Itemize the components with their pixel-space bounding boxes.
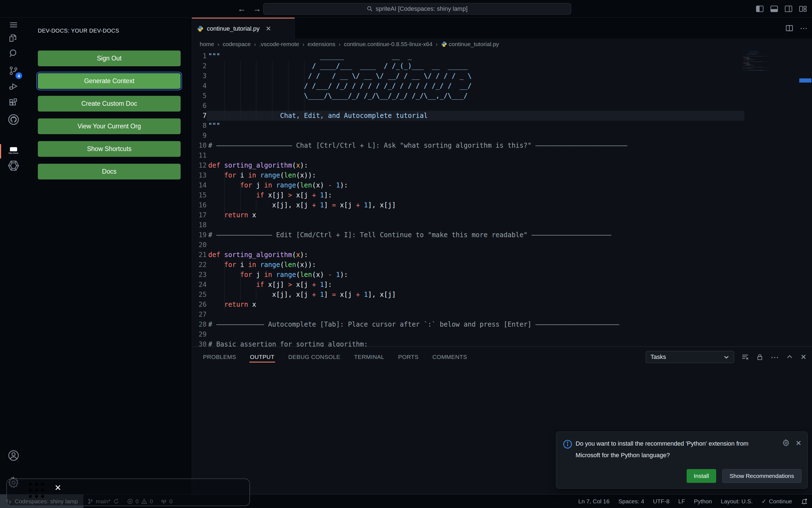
panel-tab-problems[interactable]: PROBLEMS bbox=[202, 350, 237, 364]
editor-scrollbar[interactable] bbox=[798, 50, 812, 346]
code-line: 21def sorting_algorithm(x): bbox=[192, 250, 744, 260]
python-file-icon bbox=[197, 26, 204, 32]
back-arrow-icon[interactable]: ← bbox=[238, 4, 246, 13]
sidebar-button-create-custom-doc[interactable]: Create Custom Doc bbox=[38, 96, 180, 112]
command-center-search[interactable]: spriteAI [Codespaces: shiny lamp] bbox=[263, 3, 571, 15]
overview-ruler-cursor-marker bbox=[799, 78, 811, 83]
minimap[interactable]: """ ______ __ _ / ____/___ ____ / /_(_)_… bbox=[741, 50, 798, 346]
accounts-icon[interactable] bbox=[0, 449, 27, 462]
bell-dot-icon bbox=[801, 498, 808, 505]
tab-continue-tutorial[interactable]: continue_tutorial.py ✕ bbox=[192, 18, 295, 39]
split-editor-icon[interactable] bbox=[785, 24, 793, 32]
indent-guide bbox=[240, 101, 241, 111]
check-icon: ✓ bbox=[762, 498, 766, 505]
forward-arrow-icon[interactable]: → bbox=[253, 4, 261, 13]
line-number: 2 bbox=[192, 61, 207, 71]
explorer-icon[interactable] bbox=[0, 32, 27, 45]
lock-output-icon[interactable] bbox=[756, 353, 763, 361]
panel-tab-comments[interactable]: COMMENTS bbox=[432, 350, 468, 364]
search-sidebar-icon[interactable] bbox=[0, 47, 27, 60]
line-number: 15 bbox=[192, 190, 207, 200]
extensions-icon[interactable] bbox=[0, 96, 27, 110]
notification-toast: Do you want to install the recommended '… bbox=[556, 431, 808, 489]
indent-guide bbox=[288, 101, 288, 111]
title-bar: ← → spriteAI [Codespaces: shiny lamp] bbox=[0, 0, 812, 18]
indent-guide bbox=[224, 101, 225, 111]
code-line: 23 for j in range(len(x) - 1): bbox=[192, 270, 744, 280]
line-number: 25 bbox=[192, 290, 207, 300]
clear-output-icon[interactable] bbox=[741, 353, 749, 361]
code-line: 29 bbox=[192, 329, 744, 339]
menu-hamburger-icon[interactable] bbox=[0, 18, 27, 32]
code-line: 24 if x[j] > x[j + 1]: bbox=[192, 280, 744, 290]
encoding[interactable]: UTF-8 bbox=[649, 495, 674, 508]
code-editor[interactable]: 1""" ______ __ _2 / ____/___ ____ / /_(_… bbox=[192, 50, 812, 346]
breadcrumb-item-continue.continue-0.8.55-linux-x64[interactable]: continue.continue-0.8.55-linux-x64 bbox=[344, 41, 433, 47]
notification-settings-icon[interactable] bbox=[782, 439, 790, 447]
dev-docs-icon[interactable]: Dev-Docs bbox=[0, 144, 27, 157]
breadcrumb-item-extensions[interactable]: extensions bbox=[308, 41, 335, 47]
panel-tab-debug-console[interactable]: DEBUG CONSOLE bbox=[288, 350, 341, 364]
line-number: 18 bbox=[192, 220, 207, 230]
sidebar-button-show-shortcuts[interactable]: Show Shortcuts bbox=[38, 141, 180, 157]
cursor-position[interactable]: Ln 7, Col 16 bbox=[574, 495, 614, 508]
indent-guide bbox=[304, 101, 304, 111]
line-number: 20 bbox=[192, 240, 207, 250]
continue-status[interactable]: ✓ Continue bbox=[757, 495, 797, 508]
line-number: 10 bbox=[192, 140, 207, 151]
code-line: 30# Basic assertion for sorting algorith… bbox=[192, 339, 744, 346]
code-line: 25 x[j], x[j + 1] = x[j + 1], x[j] bbox=[192, 290, 744, 300]
breadcrumb-separator: › bbox=[218, 41, 219, 47]
output-channel-dropdown[interactable]: Tasks bbox=[646, 351, 734, 363]
toggle-panel-icon[interactable] bbox=[770, 5, 778, 13]
github-icon[interactable] bbox=[0, 113, 27, 126]
close-panel-icon[interactable]: ✕ bbox=[800, 353, 807, 362]
breadcrumb-item-home[interactable]: home bbox=[200, 41, 214, 47]
line-number: 26 bbox=[192, 300, 207, 309]
toggle-secondary-sidebar-icon[interactable] bbox=[784, 5, 793, 13]
maximize-panel-icon[interactable] bbox=[786, 353, 793, 361]
notifications-bell[interactable] bbox=[797, 495, 812, 508]
code-line: 4 / /___/ /_/ / / / / /_/ / / / / /_/ / … bbox=[192, 81, 744, 91]
sidebar-button-view-your-current-org[interactable]: View Your Current Org bbox=[38, 119, 180, 134]
code-line: 13 for i in range(len(x)): bbox=[192, 170, 744, 180]
line-number: 16 bbox=[192, 200, 207, 210]
notification-close-icon[interactable]: ✕ bbox=[796, 439, 802, 448]
panel-more-actions-icon[interactable]: ⋯ bbox=[771, 352, 779, 362]
code-line: 17 return x bbox=[192, 210, 744, 220]
code-line: 10# ——————————————————— Chat [Ctrl/Ctrl … bbox=[192, 140, 744, 151]
install-button[interactable]: Install bbox=[687, 469, 716, 483]
source-control-icon[interactable]: 4 bbox=[0, 64, 27, 77]
breadcrumb-item-continue-tutorial.py[interactable]: continue_tutorial.py bbox=[441, 41, 499, 47]
indentation[interactable]: Spaces: 4 bbox=[614, 495, 649, 508]
keyboard-layout[interactable]: Layout: U.S. bbox=[717, 495, 757, 508]
breadcrumb-separator: › bbox=[254, 41, 256, 47]
panel-tab-output[interactable]: OUTPUT bbox=[249, 350, 275, 364]
code-line: 20 bbox=[192, 240, 744, 250]
breadcrumb-item-codespace[interactable]: codespace bbox=[222, 41, 251, 47]
panel-tab-terminal[interactable]: TERMINAL bbox=[354, 350, 385, 364]
breadcrumb-item-.vscode-remote[interactable]: .vscode-remote bbox=[259, 41, 299, 47]
show-recommendations-button[interactable]: Show Recommendations bbox=[722, 469, 802, 483]
code-line: 6 bbox=[192, 101, 744, 111]
sidebar-button-sign-out[interactable]: Sign Out bbox=[38, 50, 180, 66]
line-number: 30 bbox=[192, 339, 207, 346]
language-mode[interactable]: Python bbox=[689, 495, 716, 508]
code-line: 19# —————————————— Edit [Cmd/Ctrl + I]: … bbox=[192, 230, 744, 240]
widget-close-icon[interactable]: ✕ bbox=[54, 483, 61, 493]
line-number: 1 bbox=[192, 51, 207, 61]
output-channel-selected: Tasks bbox=[650, 353, 666, 361]
toggle-primary-sidebar-icon[interactable] bbox=[756, 5, 764, 13]
sidebar-button-docs[interactable]: Docs bbox=[38, 164, 180, 179]
continue-extension-icon[interactable] bbox=[0, 159, 27, 172]
line-number: 23 bbox=[192, 270, 207, 280]
eol-sequence[interactable]: LF bbox=[674, 495, 690, 508]
run-debug-icon[interactable] bbox=[0, 80, 27, 93]
more-actions-icon[interactable]: ⋯ bbox=[800, 24, 808, 33]
sidebar-button-generate-context[interactable]: Generate Context bbox=[38, 73, 180, 89]
code-line: 28# ———————————— Autocomplete [Tab]: Pla… bbox=[192, 320, 744, 329]
customize-layout-icon[interactable] bbox=[799, 5, 807, 13]
tab-close-icon[interactable]: ✕ bbox=[266, 25, 271, 33]
line-number: 6 bbox=[192, 101, 207, 111]
panel-tab-ports[interactable]: PORTS bbox=[398, 350, 419, 364]
